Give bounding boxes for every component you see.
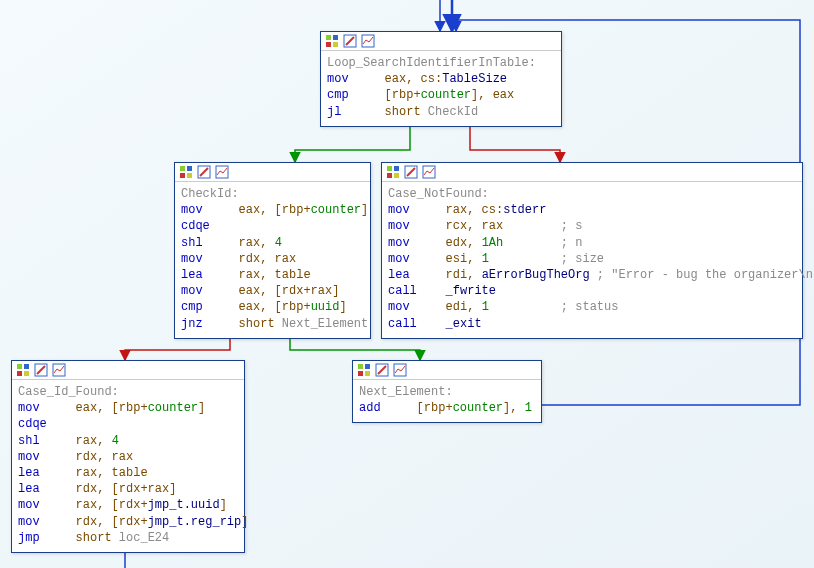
svg-rect-3 [333,42,338,47]
asm-body: Case_NotFound: mov rax, cs:stderr mov rc… [382,182,802,338]
svg-rect-17 [394,173,399,178]
graph-icon[interactable] [215,165,229,179]
svg-rect-7 [180,166,185,171]
node-next[interactable]: Next_Element: add [rbp+counter], 1 [352,360,542,423]
svg-rect-15 [394,166,399,171]
svg-rect-0 [326,35,331,40]
graph-icon[interactable] [422,165,436,179]
palette-icon[interactable] [386,165,400,179]
palette-icon[interactable] [16,363,30,377]
asm-body: Case_Id_Found: mov eax, [rbp+counter] cd… [12,380,244,552]
svg-rect-16 [387,173,392,178]
svg-rect-21 [17,364,22,369]
node-titlebar [353,361,541,380]
graph-icon[interactable] [361,34,375,48]
node-notfound[interactable]: Case_NotFound: mov rax, cs:stderr mov rc… [381,162,803,339]
svg-rect-1 [333,35,338,40]
edit-icon[interactable] [197,165,211,179]
node-checkid[interactable]: CheckId: mov eax, [rbp+counter] cdqe shl… [174,162,371,339]
svg-rect-28 [358,364,363,369]
graph-icon[interactable] [393,363,407,377]
svg-rect-8 [187,166,192,171]
svg-rect-30 [358,371,363,376]
palette-icon[interactable] [325,34,339,48]
node-titlebar [175,163,370,182]
asm-body: Next_Element: add [rbp+counter], 1 [353,380,541,422]
asm-body: CheckId: mov eax, [rbp+counter] cdqe shl… [175,182,370,338]
svg-rect-14 [387,166,392,171]
svg-rect-23 [17,371,22,376]
node-found[interactable]: Case_Id_Found: mov eax, [rbp+counter] cd… [11,360,245,553]
palette-icon[interactable] [357,363,371,377]
svg-rect-2 [326,42,331,47]
svg-rect-24 [24,371,29,376]
svg-rect-22 [24,364,29,369]
node-titlebar [382,163,802,182]
edit-icon[interactable] [343,34,357,48]
node-loop[interactable]: Loop_SearchIdentifierInTable: mov eax, c… [320,31,562,127]
edit-icon[interactable] [34,363,48,377]
palette-icon[interactable] [179,165,193,179]
svg-rect-29 [365,364,370,369]
svg-rect-9 [180,173,185,178]
svg-rect-31 [365,371,370,376]
graph-icon[interactable] [52,363,66,377]
node-titlebar [12,361,244,380]
edit-icon[interactable] [375,363,389,377]
node-titlebar [321,32,561,51]
edit-icon[interactable] [404,165,418,179]
svg-rect-10 [187,173,192,178]
asm-body: Loop_SearchIdentifierInTable: mov eax, c… [321,51,561,126]
